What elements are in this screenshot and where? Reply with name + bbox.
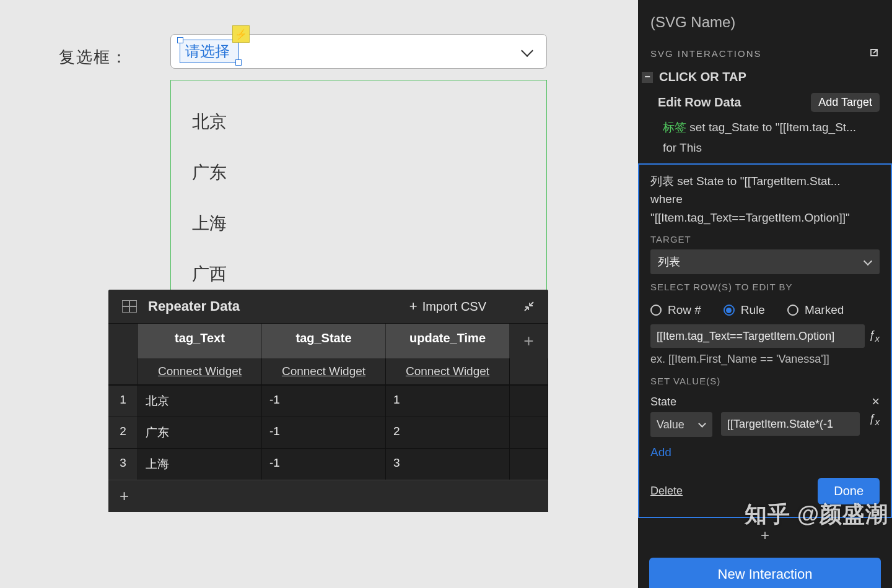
dropdown-placeholder-widget[interactable]: 请选择 ⚡	[180, 40, 239, 63]
cell[interactable]: 1	[386, 385, 510, 417]
target-label: TARGET	[650, 234, 880, 244]
set-values-field: State	[650, 396, 676, 409]
dropdown-input[interactable]: 请选择 ⚡	[170, 34, 547, 69]
add-row-button[interactable]: +	[108, 480, 548, 512]
checkbox-field-label: 复选框：	[59, 34, 170, 68]
action-editor[interactable]: 列表 set State to "[[TargetItem.Stat... wh…	[638, 163, 892, 518]
row-number: 3	[108, 448, 138, 480]
new-interaction-button[interactable]: New Interaction	[649, 558, 881, 588]
table-corner	[108, 324, 138, 358]
row-number: 2	[108, 417, 138, 448]
chevron-down-icon[interactable]	[520, 45, 534, 58]
value-type-select[interactable]: Value	[650, 412, 712, 437]
cell[interactable]: 广东	[138, 417, 262, 448]
option-item[interactable]: 上海	[171, 198, 546, 249]
action-summary: 列表 set State to "[[TargetItem.Stat... wh…	[650, 172, 880, 227]
delete-link[interactable]: Delete	[650, 485, 683, 498]
cell[interactable]: 北京	[138, 385, 262, 417]
cell[interactable]: -1	[262, 448, 386, 480]
action-description: for This	[638, 137, 892, 158]
repeater-data-panel[interactable]: Repeater Data + Import CSV tag_Text tag_…	[108, 290, 548, 512]
add-column-button[interactable]: +	[510, 324, 548, 358]
cell-blank	[510, 385, 548, 417]
connect-widget-link[interactable]: Connect Widget	[262, 358, 386, 385]
rule-hint: ex. [[Item.First_Name == 'Vanessa']]	[650, 348, 880, 368]
add-value-link[interactable]: Add	[650, 446, 671, 459]
cell-blank	[510, 417, 548, 448]
set-values-label: SET VALUE(S)	[650, 376, 880, 386]
lightning-icon: ⚡	[232, 25, 250, 43]
column-header[interactable]: tag_Text	[138, 324, 262, 358]
select-rows-label: SELECT ROW(S) TO EDIT BY	[650, 282, 880, 292]
cell[interactable]: 2	[386, 417, 510, 448]
svg-name-label: (SVG Name)	[638, 14, 892, 31]
import-csv-button[interactable]: + Import CSV	[409, 300, 486, 314]
design-canvas[interactable]: 复选框： 请选择 ⚡ 北京 广东 上海 广西 Repeater Data + I…	[0, 0, 638, 588]
option-item[interactable]: 北京	[171, 97, 546, 147]
fx-icon[interactable]: ƒx	[868, 412, 880, 437]
radio-row-number[interactable]: Row #	[650, 303, 701, 317]
row-number: 1	[108, 385, 138, 417]
connect-widget-link[interactable]: Connect Widget	[138, 358, 262, 385]
close-icon[interactable]: ×	[872, 394, 880, 410]
popout-icon[interactable]	[868, 47, 880, 60]
value-expression-input[interactable]: [[TargetItem.State*(-1	[721, 412, 860, 436]
event-name[interactable]: CLICK OR TAP	[659, 70, 746, 84]
cell[interactable]: -1	[262, 385, 386, 417]
table-icon	[122, 300, 137, 313]
blank	[510, 358, 548, 385]
add-target-button[interactable]: Add Target	[811, 93, 880, 112]
fx-icon[interactable]: ƒx	[868, 329, 880, 344]
radio-rule[interactable]: Rule	[724, 303, 765, 317]
action-description[interactable]: 标签 set tag_State to "[[Item.tag_St...	[638, 117, 892, 137]
section-header: SVG INTERACTIONS	[650, 48, 762, 59]
cell-blank	[510, 448, 548, 480]
cell[interactable]: 上海	[138, 448, 262, 480]
connect-widget-link[interactable]: Connect Widget	[386, 358, 510, 385]
repeater-title: Repeater Data	[148, 298, 240, 314]
cell[interactable]: -1	[262, 417, 386, 448]
plus-icon: +	[409, 300, 418, 313]
chevron-down-icon	[864, 257, 872, 266]
option-item[interactable]: 广东	[171, 147, 546, 198]
blank	[108, 358, 138, 385]
collapse-icon[interactable]	[523, 301, 535, 312]
radio-marked[interactable]: Marked	[787, 303, 844, 317]
interactions-inspector[interactable]: (SVG Name) SVG INTERACTIONS − CLICK OR T…	[638, 0, 892, 588]
column-header[interactable]: update_Time	[386, 324, 510, 358]
action-title[interactable]: Edit Row Data	[658, 95, 741, 110]
done-button[interactable]: Done	[818, 478, 880, 504]
add-case-button[interactable]: +	[638, 518, 892, 548]
collapse-toggle[interactable]: −	[642, 72, 653, 83]
column-header[interactable]: tag_State	[262, 324, 386, 358]
rule-expression-input[interactable]: [[Item.tag_Text==TargetItem.Option]	[650, 324, 865, 348]
target-select[interactable]: 列表	[650, 249, 880, 274]
chevron-down-icon	[699, 421, 706, 428]
cell[interactable]: 3	[386, 448, 510, 480]
options-panel[interactable]: 北京 广东 上海 广西	[170, 80, 547, 316]
